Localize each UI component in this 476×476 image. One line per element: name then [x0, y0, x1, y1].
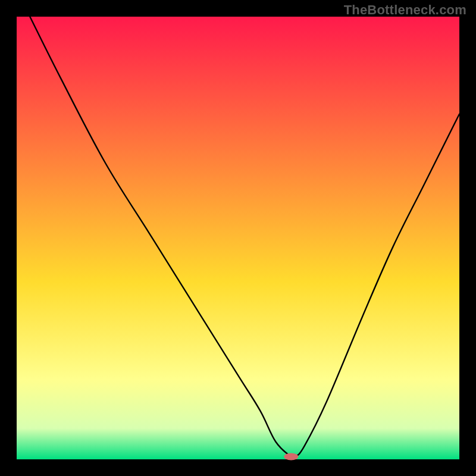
plot-background	[17, 17, 459, 459]
bottleneck-chart	[0, 0, 476, 476]
optimum-marker	[284, 453, 298, 461]
watermark-text: TheBottleneck.com	[344, 2, 466, 18]
chart-container: TheBottleneck.com	[0, 0, 476, 476]
